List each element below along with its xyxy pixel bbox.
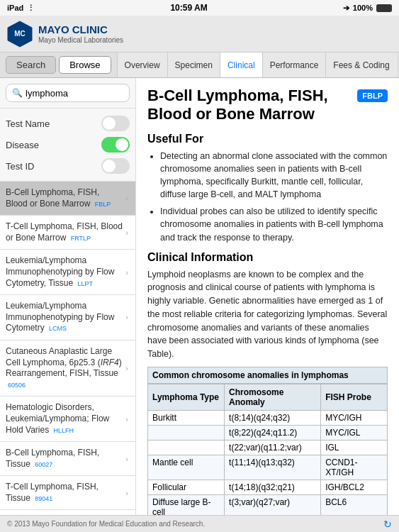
refresh-icon[interactable]: ↻ — [383, 519, 392, 530]
table-caption: Common chromosome anomalies in lymphomas — [147, 367, 388, 384]
result-item[interactable]: Leukemia/Lymphoma Immunophenotyping by F… — [0, 295, 135, 340]
cell-probe: IGH/BCL2 — [321, 480, 388, 494]
content-title: B-Cell Lymphoma, FISH, Blood or Bone Mar… — [147, 87, 352, 124]
chromosome-table: Common chromosome anomalies in lymphomas… — [147, 367, 388, 515]
filter-disease: Disease — [6, 134, 130, 155]
result-badge: 60027 — [35, 461, 52, 468]
svg-text:MC: MC — [14, 30, 26, 38]
tab-specimen[interactable]: Specimen — [167, 52, 220, 77]
content-header: B-Cell Lymphoma, FISH, Blood or Bone Mar… — [147, 87, 388, 124]
mayo-logo-icon: MC — [7, 21, 33, 48]
chevron-right-icon: › — [125, 267, 128, 277]
table-row: Burkitt t(8;14)(q24;q32) MYC/IGH — [148, 410, 388, 425]
chevron-right-icon: › — [125, 312, 128, 322]
tab-search[interactable]: Search — [6, 56, 56, 74]
useful-for-title: Useful For — [147, 133, 388, 145]
location-icon: ➔ — [343, 4, 349, 13]
cell-anomaly: t(11;14)(q13;q32) — [225, 455, 321, 480]
cell-anomaly: t(8;14)(q24;q32) — [225, 410, 321, 425]
cell-type — [148, 425, 225, 440]
result-item-text: B-Cell Lymphoma, FISH, Tissue 60027 — [6, 448, 123, 470]
tab-fees-coding[interactable]: Fees & Coding — [325, 52, 396, 77]
result-list: B-Cell Lymphoma, FISH, Blood or Bone Mar… — [0, 182, 135, 515]
cell-type: Diffuse large B-cell — [148, 494, 225, 515]
content-area: B-Cell Lymphoma, FISH, Blood or Bone Mar… — [136, 78, 399, 515]
cell-probe: IGL — [321, 440, 388, 455]
chevron-right-icon: › — [125, 193, 128, 203]
cell-anomaly: t(8;22)(q24;q11.2) — [225, 425, 321, 440]
result-badge: FRTLP — [71, 235, 91, 242]
search-input[interactable] — [26, 88, 136, 99]
result-item[interactable]: Chromosome Analysis, Lymphoid Tissue LN … — [0, 510, 135, 515]
useful-for-item: Detecting an abnormal clone associated w… — [160, 150, 388, 201]
result-badge: 89041 — [35, 495, 52, 502]
result-item-text: Hematologic Disorders, Leukemia/Lymphoma… — [6, 402, 123, 436]
result-item-text: Leukemia/Lymphoma Immunophenotyping by F… — [6, 301, 123, 334]
col-lymphoma-type: Lymphoma Type — [148, 384, 225, 410]
result-item[interactable]: T-Cell Lymphoma, FISH, Blood or Bone Mar… — [0, 216, 135, 250]
cell-type: Mantle cell — [148, 455, 225, 480]
cell-probe: MYC/IGH — [321, 410, 388, 425]
result-item[interactable]: Cutaneous Anaplastic Large Cell Lymphoma… — [0, 340, 135, 397]
battery-icon — [376, 4, 392, 12]
col-chromosome-anomaly: Chromosome Anomaly — [225, 384, 321, 410]
footer: © 2013 Mayo Foundation for Medical Educa… — [0, 515, 399, 532]
sidebar: 🔍 ✕ Test Name Disease Test ID B-Cell Lym… — [0, 78, 136, 515]
result-badge: HLLFH — [53, 427, 74, 434]
battery-label: 100% — [353, 4, 373, 12]
logo-text: MAYO CLINIC Mayo Medical Laboratories — [38, 23, 123, 45]
cell-type: Burkitt — [148, 410, 225, 425]
result-badge: 60506 — [8, 382, 26, 389]
filter-test-id: Test ID — [6, 155, 130, 177]
result-item-text: Cutaneous Anaplastic Large Cell Lymphoma… — [6, 346, 123, 390]
status-bar: iPad ⋮ 10:59 AM ➔ 100% — [0, 0, 399, 16]
result-item-text: B-Cell Lymphoma, FISH, Blood or Bone Mar… — [6, 187, 123, 209]
cell-anomaly: t(3;var)(q27;var) — [225, 494, 321, 515]
result-item[interactable]: T-Cell Lymphoma, FISH, Tissue 89041 › — [0, 476, 135, 510]
table-row: Mantle cell t(11;14)(q13;q32) CCND1-XT/I… — [148, 455, 388, 480]
useful-for-item: Individual probes can also be utilized t… — [160, 205, 388, 243]
result-item[interactable]: Leukemia/Lymphoma Immunophenotyping by F… — [0, 250, 135, 295]
filter-test-id-toggle[interactable] — [101, 158, 130, 174]
tab-bar: Search Browse Overview Specimen Clinical… — [0, 52, 399, 78]
search-input-wrap: 🔍 ✕ — [6, 84, 130, 102]
content-badge: FBLP — [357, 89, 388, 102]
cell-anomaly: t(22;var)(q11.2;var) — [225, 440, 321, 455]
status-right: ➔ 100% — [343, 4, 392, 13]
table-row: t(22;var)(q11.2;var) IGL — [148, 440, 388, 455]
table-row: Diffuse large B-cell t(3;var)(q27;var) B… — [148, 494, 388, 515]
filter-disease-toggle[interactable] — [101, 137, 130, 153]
useful-for-list: Detecting an abnormal clone associated w… — [147, 150, 388, 244]
result-item[interactable]: B-Cell Lymphoma, FISH, Blood or Bone Mar… — [0, 182, 135, 216]
status-time: 10:59 AM — [170, 3, 207, 13]
result-item[interactable]: B-Cell Lymphoma, FISH, Tissue 60027 › — [0, 442, 135, 476]
clinical-info-title: Clinical Information — [147, 251, 388, 264]
search-icon: 🔍 — [12, 88, 23, 98]
cell-probe: CCND1-XT/IGH — [321, 455, 388, 480]
status-left: iPad ⋮ — [7, 4, 35, 13]
tab-clinical[interactable]: Clinical — [220, 52, 262, 77]
tab-performance[interactable]: Performance — [262, 52, 326, 77]
cell-type: Follicular — [148, 480, 225, 494]
col-fish-probe: FISH Probe — [321, 384, 388, 410]
chevron-right-icon: › — [125, 363, 128, 373]
chevron-right-icon: › — [125, 228, 128, 238]
header: MC MAYO CLINIC Mayo Medical Laboratories — [0, 16, 399, 52]
cell-probe: BCL6 — [321, 494, 388, 515]
tab-overview[interactable]: Overview — [117, 52, 167, 77]
result-item-text: T-Cell Lymphoma, FISH, Tissue 89041 — [6, 482, 123, 504]
footer-text: © 2013 Mayo Foundation for Medical Educa… — [7, 520, 205, 528]
tab-browse[interactable]: Browse — [59, 56, 111, 74]
main-layout: 🔍 ✕ Test Name Disease Test ID B-Cell Lym… — [0, 78, 399, 515]
filters: Test Name Disease Test ID — [0, 109, 135, 182]
result-badge: LLPT — [77, 280, 93, 287]
filter-test-name: Test Name — [6, 113, 130, 134]
cell-type — [148, 440, 225, 455]
logo-sub: Mayo Medical Laboratories — [38, 36, 123, 45]
chevron-right-icon: › — [125, 454, 128, 464]
nav-tabs: Overview Specimen Clinical Performance F… — [117, 52, 397, 77]
filter-test-name-toggle[interactable] — [101, 116, 130, 131]
battery-fill — [377, 5, 391, 11]
chevron-right-icon: › — [125, 414, 128, 424]
result-item[interactable]: Hematologic Disorders, Leukemia/Lymphoma… — [0, 397, 135, 442]
